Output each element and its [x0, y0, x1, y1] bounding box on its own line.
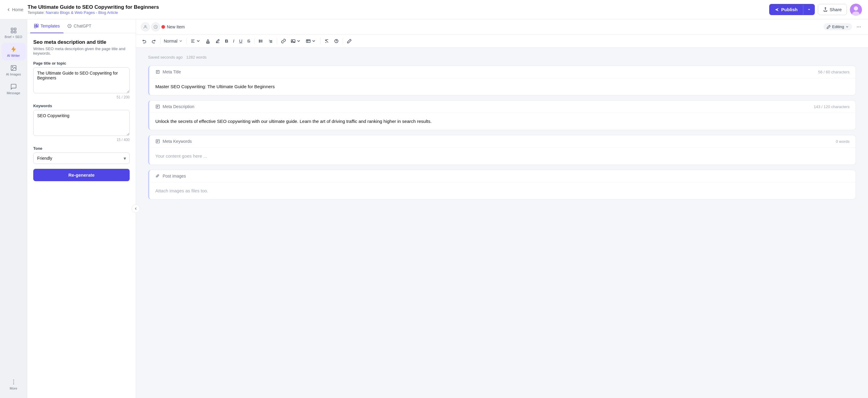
style-label: Normal — [164, 39, 178, 43]
doc-title: The Ultimate Guide to SEO Copywriting fo… — [28, 4, 159, 10]
panel-content: Seo meta description and title Writes SE… — [27, 33, 136, 398]
svg-point-11 — [13, 384, 14, 385]
main-layout: Brief + SEO AI Writer AI Images Message … — [0, 19, 868, 398]
align-button[interactable] — [188, 37, 203, 45]
publish-caret[interactable] — [803, 4, 815, 15]
user-icon-button[interactable] — [141, 22, 150, 31]
meta-description-header: Meta Description 143 / 120 characters — [149, 101, 856, 113]
svg-rect-12 — [34, 24, 36, 26]
highlight-button[interactable] — [213, 37, 222, 45]
doc-icon — [155, 139, 160, 144]
panel-tabs: Templates ChatGPT — [27, 19, 136, 33]
editor-toolbar: Normal B I U S 1. — [136, 34, 868, 48]
doc-icon — [155, 69, 160, 74]
clock-icon-button[interactable] — [151, 22, 160, 31]
meta-description-content: Unlock the secrets of effective SEO copy… — [155, 118, 849, 125]
pencil-icon — [827, 25, 831, 29]
grid-icon — [10, 27, 17, 34]
home-button[interactable]: Home — [6, 7, 23, 12]
sidebar-item-ai-images[interactable]: AI Images — [1, 62, 26, 79]
page-title-input[interactable]: The Ultimate Guide to SEO Copywriting fo… — [33, 67, 130, 93]
italic-button[interactable]: I — [231, 37, 236, 45]
share-icon — [823, 7, 828, 12]
post-images-placeholder: Attach images as files too. — [155, 187, 849, 195]
meta-description-body[interactable]: Unlock the secrets of effective SEO copy… — [149, 113, 856, 130]
editor-saved-info: Saved seconds ago 1282 words — [148, 55, 856, 60]
clear-format-button[interactable] — [322, 37, 331, 45]
page-title-label: Page title or topic — [33, 61, 130, 66]
meta-keywords-section: Meta Keywords 0 words Your content goes … — [148, 135, 856, 165]
meta-keywords-body[interactable]: Your content goes here ... — [149, 148, 856, 165]
link-button[interactable] — [279, 37, 288, 45]
share-button[interactable]: Share — [818, 4, 847, 15]
sidebar-item-message[interactable]: Message — [1, 80, 26, 98]
undo-button[interactable] — [140, 37, 149, 45]
special-char-icon — [334, 39, 339, 43]
panel-collapse-button[interactable] — [131, 204, 140, 213]
sidebar-item-ai-writer[interactable]: AI Writer — [1, 43, 26, 60]
avatar[interactable] — [850, 4, 862, 16]
publish-main: Publish — [769, 4, 803, 15]
templates-icon — [34, 24, 39, 28]
tab-chatgpt[interactable]: ChatGPT — [63, 19, 95, 33]
image-insert-icon — [291, 39, 296, 43]
chevron-down-icon — [296, 39, 301, 43]
chatgpt-icon — [67, 24, 72, 28]
keywords-input[interactable]: SEO Copywriting — [33, 110, 130, 136]
bolt-icon — [10, 46, 17, 53]
sidebar-item-more[interactable]: More — [1, 376, 26, 393]
table-button[interactable] — [304, 37, 318, 45]
editor-panel: New Item Editing ··· Normal — [136, 19, 868, 398]
keywords-label: Keywords — [33, 104, 130, 108]
more-options-button[interactable]: ··· — [855, 22, 863, 31]
post-images-label: Post images — [163, 174, 186, 178]
font-color-icon — [206, 39, 210, 43]
svg-point-9 — [13, 379, 14, 380]
chevron-down-icon — [311, 39, 316, 43]
svg-rect-6 — [14, 31, 16, 33]
style-select[interactable]: Normal — [162, 38, 184, 44]
meta-description-label: Meta Description — [163, 104, 194, 109]
special-char-button[interactable] — [332, 37, 341, 45]
meta-description-section: Meta Description 143 / 120 characters Un… — [148, 100, 856, 130]
table-icon — [306, 39, 311, 43]
ai-write-button[interactable] — [345, 37, 354, 45]
tab-chatgpt-label: ChatGPT — [74, 24, 91, 28]
clock-icon — [153, 25, 158, 29]
bullet-list-button[interactable] — [256, 37, 266, 45]
meta-title-body[interactable]: Master SEO Copywriting: The Ultimate Gui… — [149, 78, 856, 95]
font-color-button[interactable] — [204, 37, 213, 45]
editing-badge[interactable]: Editing — [824, 23, 852, 30]
tab-templates[interactable]: Templates — [30, 19, 63, 33]
meta-keywords-header: Meta Keywords 0 words — [149, 135, 856, 148]
template-link[interactable]: Narrato Blogs & Web Pages - Blog Article — [45, 10, 118, 15]
sidebar-label-more: More — [10, 387, 17, 390]
chevron-down-icon — [196, 39, 201, 43]
toolbar-divider-5 — [320, 38, 320, 44]
toolbar-divider-3 — [254, 38, 254, 44]
new-item-text: New Item — [167, 25, 185, 29]
sidebar-item-brief-seo[interactable]: Brief + SEO — [1, 24, 26, 42]
post-images-body[interactable]: Attach images as files too. — [149, 183, 856, 199]
numbered-list-button[interactable]: 1. — [266, 37, 275, 45]
editor-content: Saved seconds ago 1282 words Meta Title … — [136, 48, 868, 398]
post-images-section: Post images Attach images as files too. — [148, 170, 856, 200]
svg-rect-18 — [207, 42, 210, 43]
meta-keywords-char-count: 0 words — [836, 139, 849, 144]
ai-pen-icon — [347, 39, 352, 43]
regenerate-button[interactable]: Re-generate — [33, 169, 130, 181]
meta-keywords-header-left: Meta Keywords — [155, 139, 192, 144]
bold-button[interactable]: B — [223, 37, 230, 45]
publish-button[interactable]: Publish — [769, 4, 815, 15]
red-dot — [161, 25, 165, 29]
highlight-icon — [215, 39, 220, 43]
underline-button[interactable]: U — [237, 37, 245, 45]
strikethrough-button[interactable]: S — [245, 37, 252, 45]
chat-icon — [10, 84, 17, 90]
topbar-right: Editing ··· — [824, 22, 863, 31]
image-insert-button[interactable] — [289, 37, 303, 45]
tone-select[interactable]: FriendlyProfessionalCasualFormal — [33, 153, 130, 164]
home-label: Home — [12, 7, 23, 12]
doc-icon — [155, 104, 160, 109]
redo-button[interactable] — [149, 37, 158, 45]
